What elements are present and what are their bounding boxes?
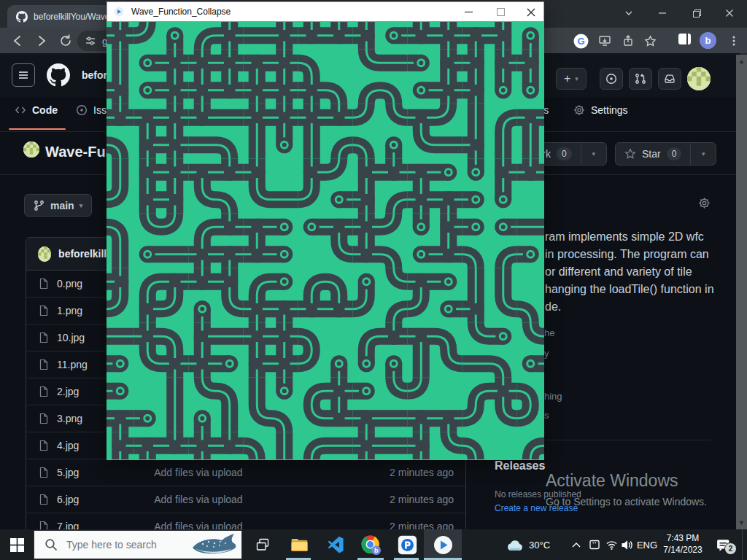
chrome-button[interactable]: b bbox=[356, 529, 385, 560]
side-panel-icon[interactable] bbox=[678, 34, 691, 44]
show-desktop-button[interactable] bbox=[742, 529, 747, 560]
volume-icon[interactable] bbox=[619, 529, 635, 560]
wifi-icon[interactable] bbox=[603, 529, 619, 560]
about-line: ram implements simple 2D wfc bbox=[545, 228, 704, 246]
search-icon bbox=[44, 538, 58, 551]
language-indicator[interactable]: ENG bbox=[635, 529, 659, 560]
wfc-window-title: Wave_Function_Collapse bbox=[131, 7, 231, 17]
pull-requests-icon[interactable] bbox=[629, 68, 652, 90]
about-gear-icon[interactable] bbox=[698, 197, 711, 209]
tab-search-chevron-icon[interactable] bbox=[618, 4, 640, 22]
file-commit-message[interactable]: Add files via upload bbox=[154, 467, 382, 478]
file-name[interactable]: 6.jpg bbox=[57, 494, 147, 505]
about-fragment: he bbox=[544, 327, 554, 338]
scroll-up-icon[interactable]: ▲ bbox=[736, 58, 747, 65]
star-button[interactable]: Star 0 ▾ bbox=[615, 142, 716, 166]
google-icon[interactable]: G bbox=[571, 31, 590, 50]
taskbar-search[interactable] bbox=[34, 530, 242, 559]
browser-restore-button[interactable] bbox=[686, 4, 708, 22]
hamburger-menu-button[interactable] bbox=[12, 63, 35, 87]
sketch-icon bbox=[114, 7, 124, 17]
create-new-button[interactable]: +▾ bbox=[556, 68, 587, 90]
about-line: or different and variety of tile bbox=[545, 263, 692, 281]
file-commit-time: 2 minutes ago bbox=[390, 467, 454, 478]
tray-chevron-icon[interactable] bbox=[568, 529, 584, 560]
file-row[interactable]: 5.jpgAdd files via upload2 minutes ago bbox=[26, 459, 465, 486]
committer-avatar[interactable] bbox=[38, 246, 51, 262]
start-button[interactable] bbox=[0, 529, 34, 560]
user-avatar[interactable] bbox=[687, 67, 711, 90]
cloud-icon bbox=[506, 539, 524, 551]
clock-time: 7:43 PM bbox=[659, 532, 707, 544]
notification-badge: 2 bbox=[724, 542, 737, 555]
about-line: de. bbox=[545, 298, 561, 316]
about-fragment: hing bbox=[544, 391, 562, 402]
whale-image[interactable] bbox=[190, 532, 238, 558]
browser-minimize-button[interactable] bbox=[651, 4, 673, 22]
page-scrollbar[interactable]: ▲ ▼ bbox=[736, 55, 747, 529]
file-icon bbox=[38, 413, 50, 424]
temperature: 30°C bbox=[529, 540, 550, 551]
scroll-down-icon[interactable]: ▼ bbox=[736, 519, 747, 526]
fork-dropdown[interactable]: ▾ bbox=[581, 143, 606, 165]
releases-empty-text: No releases published bbox=[495, 489, 581, 499]
star-icon bbox=[624, 148, 636, 160]
branch-selector[interactable]: main▾ bbox=[24, 194, 92, 217]
file-icon bbox=[38, 278, 50, 289]
create-release-link[interactable]: Create a new release bbox=[495, 503, 578, 513]
file-icon bbox=[38, 467, 50, 478]
clock[interactable]: 7:43 PM 7/14/2023 bbox=[659, 532, 707, 556]
star-dropdown[interactable]: ▾ bbox=[690, 143, 716, 165]
file-row[interactable]: 6.jpgAdd files via upload2 minutes ago bbox=[26, 486, 465, 513]
browser-menu-icon[interactable] bbox=[724, 31, 743, 50]
releases-heading: Releases bbox=[495, 459, 545, 472]
forward-button[interactable] bbox=[32, 31, 51, 50]
issues-header-icon[interactable] bbox=[600, 68, 623, 90]
processing-button[interactable] bbox=[392, 529, 422, 560]
install-icon[interactable] bbox=[595, 31, 614, 50]
wfc-canvas bbox=[107, 22, 544, 460]
task-view-button[interactable] bbox=[248, 529, 277, 560]
wfc-window: Wave_Function_Collapse bbox=[107, 1, 544, 460]
tablet-mode-icon[interactable] bbox=[587, 529, 603, 560]
fork-count: 0 bbox=[557, 147, 572, 160]
gear-icon bbox=[573, 104, 585, 116]
vscode-button[interactable] bbox=[321, 529, 350, 560]
file-icon bbox=[38, 440, 50, 451]
site-settings-icon[interactable] bbox=[85, 35, 96, 47]
tab-settings[interactable]: Settings bbox=[573, 104, 628, 116]
file-explorer-button[interactable] bbox=[285, 529, 314, 560]
tab-code[interactable]: Code bbox=[15, 104, 58, 116]
about-line: in processing. The program can bbox=[545, 246, 709, 263]
sketch-running-button[interactable] bbox=[424, 529, 462, 560]
browser-close-button[interactable] bbox=[719, 4, 740, 22]
share-icon[interactable] bbox=[619, 31, 638, 50]
file-name[interactable]: 5.jpg bbox=[57, 467, 147, 478]
file-commit-message[interactable]: Add files via upload bbox=[154, 494, 382, 505]
weather-widget[interactable]: 30°C bbox=[502, 529, 554, 560]
about-fragment: s bbox=[544, 410, 549, 421]
file-icon bbox=[38, 386, 50, 397]
github-logo[interactable] bbox=[47, 63, 70, 87]
wfc-minimize-button[interactable] bbox=[456, 2, 481, 22]
wfc-close-button[interactable] bbox=[519, 2, 543, 22]
about-fragment: y bbox=[544, 348, 549, 359]
search-input[interactable] bbox=[65, 538, 188, 551]
file-icon bbox=[38, 494, 50, 505]
wfc-maximize-button[interactable] bbox=[488, 2, 513, 22]
about-line: hanging the loadTile() function in bbox=[545, 281, 714, 298]
back-button[interactable] bbox=[8, 31, 27, 50]
profile-avatar[interactable]: b bbox=[700, 32, 716, 49]
bookmark-star-icon[interactable] bbox=[640, 31, 659, 50]
branch-icon bbox=[34, 200, 45, 211]
file-icon bbox=[38, 359, 50, 370]
active-tab-underline bbox=[9, 128, 66, 130]
inbox-icon[interactable] bbox=[658, 68, 681, 90]
svg-text:b: b bbox=[374, 546, 378, 553]
tab-title: beforelkillYou/Wave bbox=[34, 12, 110, 22]
clock-date: 7/14/2023 bbox=[659, 544, 707, 556]
repo-avatar bbox=[23, 141, 39, 158]
file-icon bbox=[38, 332, 50, 343]
reload-button[interactable] bbox=[56, 31, 75, 50]
wfc-titlebar[interactable]: Wave_Function_Collapse bbox=[107, 1, 544, 22]
